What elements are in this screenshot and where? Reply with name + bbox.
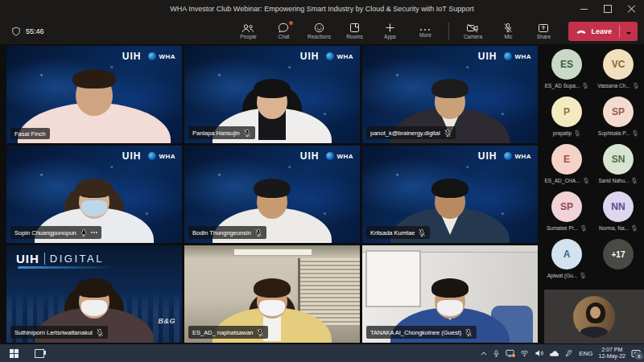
people-icon (242, 23, 254, 33)
minimize-button[interactable] (572, 0, 596, 18)
wha-logo: WHA (504, 152, 531, 160)
microphone-icon (493, 349, 500, 358)
avatar-es-ad-cha[interactable]: E ES_AD_CHA... (541, 144, 592, 184)
camera-button[interactable]: Camera (456, 19, 489, 44)
onedrive-button[interactable] (549, 350, 559, 357)
mic-muted-icon (464, 328, 473, 337)
people-button[interactable]: People (231, 19, 265, 44)
self-view-tile[interactable] (544, 290, 644, 343)
minimize-icon (580, 9, 588, 10)
mic-muted-icon (631, 224, 638, 232)
chevron-down-icon (625, 31, 632, 35)
leave-button[interactable]: Leave (568, 22, 638, 41)
language-indicator[interactable]: ENG (579, 350, 592, 357)
uih-digital-logo: UIH DIGITAL (16, 252, 104, 265)
safely-remove-hardware-button[interactable] (565, 349, 573, 357)
uih-logo: UIH (122, 150, 142, 162)
reactions-icon (314, 23, 324, 33)
participant-name-label: Kritsada Kumtae (366, 226, 430, 239)
chevron-up-icon (481, 352, 487, 356)
video-tile-naphatsawan[interactable]: ES_AD_ naphatsawan (184, 245, 360, 343)
uih-logo: UIH (478, 150, 497, 162)
mic-muted-icon (632, 130, 638, 137)
apps-button[interactable]: Apps (373, 19, 407, 44)
show-hidden-icons-button[interactable] (481, 352, 487, 356)
video-tile-fasai-finch[interactable]: UIH WHA Fasai Finch (6, 46, 182, 143)
rooms-button[interactable]: Rooms (337, 19, 371, 44)
video-tile-sopin[interactable]: UIH WHA Sopin Chuangponopun (6, 146, 182, 243)
video-tile-panot[interactable]: UIH WHA panot_k@brainergy.digital (362, 46, 538, 143)
mic-muted-icon (418, 228, 426, 237)
meeting-timer-value: 55:46 (26, 27, 44, 35)
video-tile-kritsada[interactable]: UIH WHA Kritsada Kumtae (362, 146, 538, 243)
tray-mic-button[interactable] (493, 349, 500, 358)
toolbar-divider (448, 23, 449, 40)
chat-button[interactable]: Chat (266, 19, 300, 44)
tray-screen-share-button[interactable] (506, 349, 514, 357)
avatar-overflow-count[interactable]: +17 (592, 239, 644, 279)
participant-name-label: Bodin Thungngeonsin (188, 226, 266, 239)
avatar-es-ad-supa[interactable]: ES ES_AD Supa... (541, 49, 592, 89)
window-title: WHA Investor Club Webinar: Empowering Sm… (170, 5, 473, 13)
wha-swirl-icon (326, 52, 334, 60)
reactions-button[interactable]: Reactions (302, 19, 336, 44)
mic-muted-icon (256, 328, 264, 337)
video-tile-suthiniporn[interactable]: UIH DIGITAL B&G Suthiniporn Lertsriwatta… (6, 245, 182, 343)
avatar-prapatip[interactable]: P prapatip (541, 97, 592, 137)
volume-button[interactable] (535, 349, 543, 357)
mic-muted-icon (574, 130, 580, 137)
share-icon (538, 23, 549, 33)
wha-swirl-icon (326, 152, 334, 160)
avatar-sumalee[interactable]: SP Sumalee Pr... (541, 191, 592, 232)
maximize-button[interactable] (596, 0, 620, 18)
time: 2:07 PM (601, 347, 622, 352)
avatar: NN (603, 191, 634, 222)
leave-options-chevron[interactable] (620, 24, 638, 39)
meeting-toolbar: 55:46 People Chat Reactions Rooms Apps M… (0, 18, 644, 44)
close-button[interactable] (620, 0, 644, 18)
video-tile-panlapa-hansujin[interactable]: UIH WHA Panlapa Hansujin (184, 46, 360, 143)
avatar-suphisala[interactable]: SP Suphisala P... (592, 97, 644, 137)
wha-swirl-icon (504, 152, 512, 160)
network-button[interactable] (520, 350, 529, 357)
hangup-phone-icon (576, 28, 587, 35)
wha-logo: WHA (148, 152, 175, 160)
mic-muted-icon (631, 177, 638, 184)
video-grid: UIH WHA Fasai Finch UIH WHA Panlapa Hans… (6, 46, 538, 343)
avatar: P (551, 97, 582, 127)
overflow-count: +17 (603, 239, 634, 269)
wha-swirl-icon (148, 152, 156, 160)
avatar-sarid[interactable]: SN Sarid Nahu... (592, 144, 644, 184)
avatar: SP (603, 97, 634, 127)
more-icon (419, 28, 431, 31)
avatar-vassana[interactable]: VC Vassana Ch... (592, 49, 644, 89)
mic-button[interactable]: Mic (491, 19, 525, 44)
mic-muted-icon (633, 82, 639, 89)
more-button[interactable]: More (408, 19, 442, 44)
mic-muted-icon (243, 129, 251, 138)
apps-icon (385, 23, 395, 33)
mic-muted-icon (580, 272, 586, 279)
task-view-button[interactable] (27, 344, 52, 362)
video-tile-bodin[interactable]: UIH WHA Bodin Thungngeonsin (184, 146, 360, 243)
uih-logo: UIH (478, 51, 497, 62)
participant-name-label: Sopin Chuangponopun (10, 226, 101, 239)
task-view-icon (35, 349, 44, 358)
more-options-icon[interactable] (91, 232, 97, 233)
video-tile-tanaka[interactable]: TANAKA AI_Chongkolnee (Guest) (362, 245, 538, 343)
participant-name-label: Fasai Finch (10, 128, 50, 139)
start-button[interactable] (0, 344, 27, 362)
wha-swirl-icon (148, 52, 156, 60)
avatar-norma[interactable]: NN Norma, Na... (592, 191, 644, 232)
share-button[interactable]: Share (526, 19, 560, 44)
mic-muted-icon (96, 328, 104, 337)
mic-muted-icon (444, 129, 452, 138)
clock[interactable]: 2:07 PM 12-May-22 (599, 347, 625, 360)
wifi-icon (520, 350, 529, 357)
participant-name-label: Panlapa Hansujin (188, 126, 255, 139)
avatar: A (551, 239, 582, 269)
action-center-button[interactable]: 6 (631, 349, 641, 358)
windows-logo-icon (10, 349, 19, 358)
avatar-apiwat[interactable]: A Apiwat (Gu... (541, 239, 592, 279)
uih-logo: UIH (122, 51, 142, 62)
